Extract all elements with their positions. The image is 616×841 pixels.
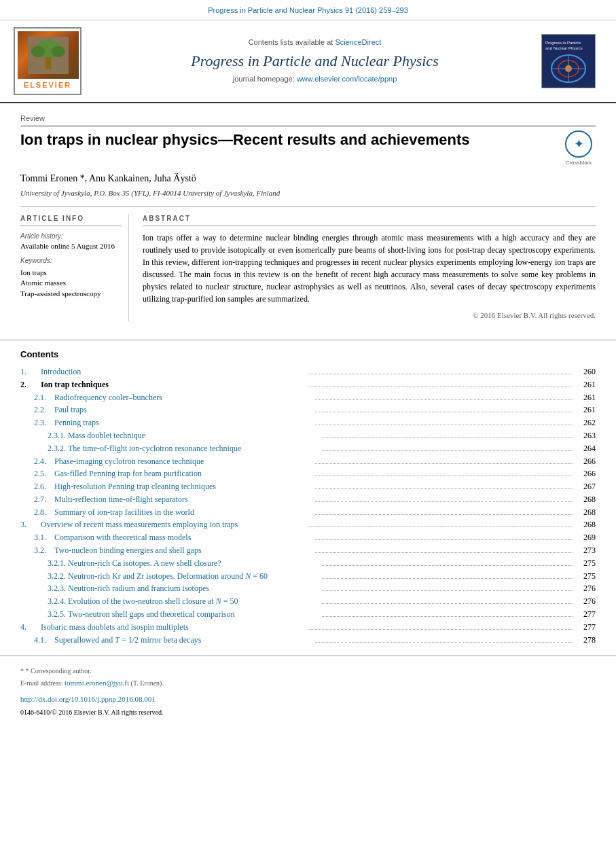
article-info-col: Article Info Article history: Available … <box>20 214 129 321</box>
toc-link-2-7[interactable]: Multi-reflection time-of-flight separato… <box>54 494 312 505</box>
toc-item: 4.1. Superallowed and T = 1/2 mirror bet… <box>20 634 596 646</box>
toc-link-2-3-2[interactable]: The time-of-flight ion-cyclotron resonan… <box>68 443 319 454</box>
toc-item: 3.1. Comparison with theoretical mass mo… <box>20 532 596 543</box>
keywords-label: Keywords: <box>20 256 122 266</box>
elsevier-text-label: ELSEVIER <box>18 80 77 90</box>
contents-label: Contents lists available at <box>249 38 333 46</box>
keyword-2: Atomic masses <box>20 278 122 288</box>
section-divider <box>0 340 616 340</box>
abstract-col: Abstract Ion traps offer a way to determ… <box>143 214 596 321</box>
toc-item: 2.8. Summary of ion-trap facilities in t… <box>20 507 596 518</box>
contents-available-line: Contents lists available at ScienceDirec… <box>95 37 535 48</box>
journal-citation: Progress in Particle and Nuclear Physics… <box>208 6 408 14</box>
toc-item: 4. Isobaric mass doublets and isospin mu… <box>20 622 596 633</box>
toc-link-3-2-3[interactable]: Neutron-rich radium and francium isotope… <box>68 583 319 594</box>
history-label: Article history: <box>20 232 122 241</box>
available-online: Available online 5 August 2016 <box>20 241 122 251</box>
toc-item: 3.2.3. Neutron-rich radium and francium … <box>20 583 596 594</box>
journal-header: ELSEVIER Contents lists available at Sci… <box>0 20 616 103</box>
toc-item: 3.2. Two-nucleon binding energies and sh… <box>20 545 596 556</box>
page: Progress in Particle and Nuclear Physics… <box>0 0 616 841</box>
homepage-url[interactable]: www.elsevier.com/locate/ppnp <box>297 75 397 83</box>
toc-item: 1. Introduction 260 <box>20 366 596 378</box>
article-body: Review Ion traps in nuclear physics—Rece… <box>0 103 616 332</box>
toc-item: 2.2. Paul traps 261 <box>20 404 596 416</box>
elsevier-logo: ELSEVIER <box>14 27 81 94</box>
journal-center: Contents lists available at ScienceDirec… <box>95 37 535 85</box>
toc-item: 3.2.1. Neutron-rich Ca isotopes. A new s… <box>20 558 596 569</box>
affiliation: University of Jyvaskyla, P.O. Box 35 (YF… <box>20 188 596 198</box>
toc-item: 3.2.5. Two-neutron shell gaps and theore… <box>20 609 596 620</box>
email-link[interactable]: tommi.eronen@jyu.fi <box>65 679 129 687</box>
svg-text:and Nuclear Physics: and Nuclear Physics <box>545 46 583 50</box>
toc-item: 2.4. Phase-imaging cyclotron resonance t… <box>20 456 596 467</box>
toc-item: 2.3.2. The time-of-flight ion-cyclotron … <box>20 443 596 454</box>
toc-link-2-3-1[interactable]: Mass doublet technique <box>68 430 319 442</box>
elsevier-logo-image <box>18 31 79 79</box>
keywords-item: Keywords: Ion traps Atomic masses Trap-a… <box>20 256 122 299</box>
toc-item: 2. Ion trap techniques 261 <box>20 379 596 391</box>
journal-cover: Progress in Particle and Nuclear Physics <box>541 34 596 88</box>
svg-point-3 <box>31 46 45 57</box>
keyword-1: Ion traps <box>20 268 122 278</box>
toc-link-3-2[interactable]: Two-nucleon binding energies and shell g… <box>54 545 312 556</box>
corresponding-author-text: * Corresponding author. <box>26 667 92 675</box>
article-title: Ion traps in nuclear physics—Recent resu… <box>20 130 555 149</box>
email-label: E-mail address: <box>20 679 62 687</box>
toc-link-3-2-2[interactable]: Neutron-rich Kr and Zr isotopes. Deforma… <box>68 571 319 582</box>
section-type-label: Review <box>20 113 596 126</box>
corresponding-author-note: * * Corresponding author. <box>20 666 596 676</box>
toc-item: 3.2.4. Evolution of the two-neutron shel… <box>20 596 596 607</box>
toc-item: 3. Overview of recent mass measurements … <box>20 519 596 531</box>
toc-link-4[interactable]: Isobaric mass doublets and isospin multi… <box>41 622 306 633</box>
email-suffix: (T. Eronen). <box>131 679 164 687</box>
contents-section: Contents 1. Introduction 260 2. Ion trap… <box>0 348 616 646</box>
email-line: E-mail address: tommi.eronen@jyu.fi (T. … <box>20 678 596 688</box>
keyword-3: Trap-assisted spectroscopy <box>20 289 122 299</box>
toc-link-2-3[interactable]: Penning traps <box>54 417 312 429</box>
toc-link-3-2-4[interactable]: Evolution of the two-neutron shell closu… <box>68 596 319 607</box>
article-history-item: Article history: Available online 5 Augu… <box>20 232 122 251</box>
svg-text:Progress in Particle: Progress in Particle <box>545 41 581 45</box>
homepage-line: journal homepage: www.elsevier.com/locat… <box>95 74 535 84</box>
toc-link-3-2-1[interactable]: Neutron-rich Ca isotopes. A new shell cl… <box>68 558 319 569</box>
svg-rect-2 <box>46 57 51 69</box>
toc-link-3-1[interactable]: Comparison with theoretical mass models <box>54 532 312 543</box>
toc-item: 2.5. Gas-filled Penning trap for beam pu… <box>20 468 596 480</box>
toc-link-3[interactable]: Overview of recent mass measurements emp… <box>41 519 306 531</box>
toc-item: 2.6. High-resolution Penning trap cleani… <box>20 481 596 493</box>
crossmark-icon[interactable]: ✦ <box>565 130 592 158</box>
toc-link-3-2-5[interactable]: Two-neutron shell gaps and theoretical c… <box>68 609 319 620</box>
article-title-row: Ion traps in nuclear physics—Recent resu… <box>20 130 596 166</box>
abstract-label: Abstract <box>143 214 596 226</box>
authors: Tommi Eronen *, Anu Kankainen, Juha Äyst… <box>20 172 596 185</box>
toc-link-2-5[interactable]: Gas-filled Penning trap for beam purific… <box>54 468 312 480</box>
toc-link-2-8[interactable]: Summary of ion-trap facilities in the wo… <box>54 507 312 518</box>
contents-title: Contents <box>20 348 596 361</box>
crossmark-container: ✦ CrossMark <box>562 130 596 166</box>
crossmark-label: CrossMark <box>562 159 596 166</box>
authors-text: Tommi Eronen *, Anu Kankainen, Juha Äyst… <box>20 173 196 183</box>
doi-link[interactable]: http://dx.doi.org/10.1016/j.ppnp.2016.08… <box>20 695 156 703</box>
toc-link-2-6[interactable]: High-resolution Penning trap cleaning te… <box>54 481 312 493</box>
footer-rights: 0146-6410/© 2016 Elsevier B.V. All right… <box>20 708 596 717</box>
copyright-line: © 2016 Elsevier B.V. All rights reserved… <box>143 310 596 321</box>
toc-item: 2.1. Radiofrequency cooler–bunchers 261 <box>20 392 596 404</box>
toc-link-2-2[interactable]: Paul traps <box>54 404 312 416</box>
toc-link-1[interactable]: Introduction <box>41 366 306 378</box>
journal-title: Progress in Particle and Nuclear Physics <box>95 51 535 72</box>
toc-link-4-1[interactable]: Superallowed and T = 1/2 mirror beta dec… <box>54 634 312 646</box>
footer-section: * * Corresponding author. E-mail address… <box>0 656 616 724</box>
toc-item: 2.7. Multi-reflection time-of-flight sep… <box>20 494 596 505</box>
article-info-abstract: Article Info Article history: Available … <box>20 207 596 321</box>
journal-cover-image: Progress in Particle and Nuclear Physics <box>541 34 596 88</box>
sciencedirect-link[interactable]: ScienceDirect <box>335 38 381 46</box>
article-info-label: Article Info <box>20 214 122 226</box>
toc-link-2-1[interactable]: Radiofrequency cooler–bunchers <box>54 392 312 404</box>
toc-link-2[interactable]: Ion trap techniques <box>41 379 306 391</box>
toc-link-2-4[interactable]: Phase-imaging cyclotron resonance techni… <box>54 456 312 467</box>
toc-item: 2.3.1. Mass doublet technique 263 <box>20 430 596 442</box>
abstract-text: Ion traps offer a way to determine nucle… <box>143 232 596 305</box>
journal-citation-bar: Progress in Particle and Nuclear Physics… <box>0 0 616 20</box>
toc-item: 2.3. Penning traps 262 <box>20 417 596 429</box>
